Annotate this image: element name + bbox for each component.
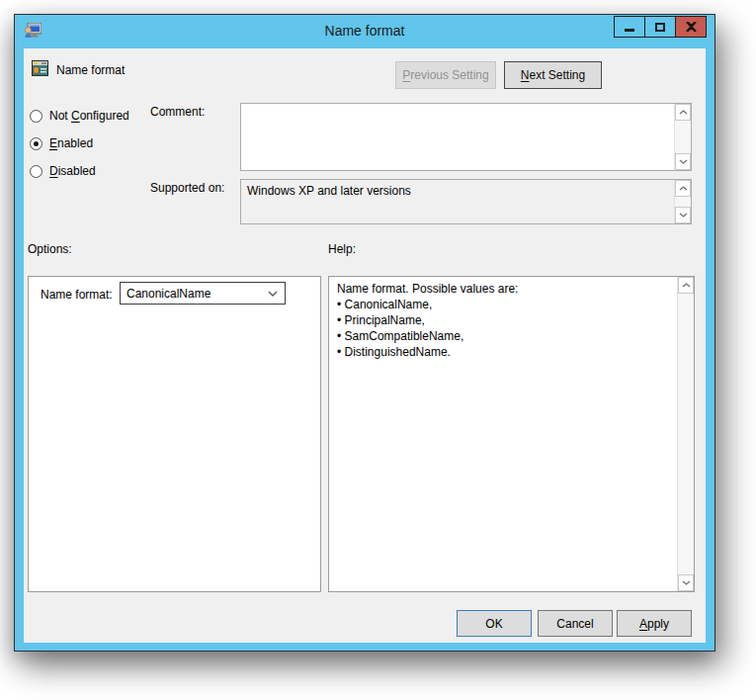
help-bullet: • PrincipalName,	[337, 312, 673, 328]
name-format-dropdown[interactable]: CanonicalName	[120, 282, 286, 305]
help-scrollbar[interactable]	[677, 277, 694, 591]
radio-label: Enabled	[49, 136, 93, 150]
window-controls	[615, 16, 707, 38]
scroll-track[interactable]	[678, 294, 694, 574]
name-format-selected-value: CanonicalName	[126, 287, 210, 301]
ok-button[interactable]: OK	[457, 610, 532, 637]
help-intro: Name format. Possible values are:	[337, 281, 673, 297]
chevron-down-icon	[682, 580, 691, 585]
apply-button[interactable]: Apply	[617, 610, 692, 637]
scroll-up-button[interactable]	[678, 277, 694, 294]
maximize-button[interactable]	[644, 16, 676, 38]
help-panel: Name format. Possible values are: • Cano…	[328, 276, 695, 592]
supported-on-label: Supported on:	[150, 181, 224, 195]
comment-scrollbar[interactable]	[674, 104, 691, 170]
previous-setting-button[interactable]: Previous Setting	[395, 61, 496, 89]
close-button[interactable]	[675, 16, 707, 38]
name-format-label: Name format:	[41, 288, 113, 302]
radio-label: Not Configured	[49, 109, 129, 123]
comment-label: Comment:	[150, 105, 205, 119]
maximize-icon	[655, 23, 665, 32]
radio-circle[interactable]	[30, 110, 42, 123]
cancel-button[interactable]: Cancel	[538, 610, 613, 637]
dialog-content: Name format Previous Setting Next Settin…	[24, 48, 706, 643]
radio-disabled[interactable]: Disabled	[30, 163, 96, 179]
minimize-button[interactable]	[614, 16, 645, 38]
help-section-label: Help:	[328, 242, 356, 256]
help-bullet: • CanonicalName,	[337, 297, 673, 312]
options-section-label: Options:	[28, 242, 72, 256]
options-panel: Name format: CanonicalName	[28, 276, 321, 592]
help-bullet: • SamCompatibleName,	[337, 328, 673, 344]
radio-not-configured[interactable]: Not Configured	[30, 108, 129, 124]
next-setting-button[interactable]: Next Setting	[504, 61, 602, 89]
help-bullet: • DistinguishedName.	[337, 344, 673, 360]
chevron-up-icon	[679, 110, 688, 115]
minimize-icon	[625, 29, 634, 32]
chevron-down-icon	[679, 159, 688, 164]
close-icon	[686, 22, 697, 32]
scroll-down-button[interactable]	[678, 574, 694, 591]
policy-setting-dialog: Name format Name forma	[14, 14, 715, 652]
scroll-up-button[interactable]	[675, 180, 691, 197]
scroll-track[interactable]	[675, 197, 691, 207]
supported-on-field: Windows XP and later versions	[240, 179, 692, 224]
radio-enabled[interactable]: Enabled	[30, 135, 93, 151]
chevron-down-icon	[679, 213, 688, 218]
chevron-down-icon	[268, 291, 278, 297]
chevron-up-icon	[679, 186, 688, 191]
scroll-up-button[interactable]	[675, 104, 691, 121]
policy-setting-icon	[32, 60, 48, 76]
policy-name: Name format	[56, 63, 125, 77]
titlebar[interactable]: Name format	[15, 15, 714, 48]
radio-label: Disabled	[49, 164, 96, 178]
scroll-track[interactable]	[675, 121, 691, 153]
comment-field[interactable]	[240, 103, 692, 171]
comment-value[interactable]	[241, 104, 674, 170]
scroll-down-button[interactable]	[675, 153, 691, 170]
scroll-down-button[interactable]	[675, 207, 691, 223]
help-text: Name format. Possible values are: • Cano…	[329, 277, 677, 591]
chevron-up-icon	[682, 283, 691, 288]
radio-circle[interactable]	[30, 165, 42, 178]
help-bullet-list: • CanonicalName, • PrincipalName, • SamC…	[337, 297, 673, 360]
window-title: Name format	[15, 23, 714, 39]
supported-on-value: Windows XP and later versions	[241, 180, 674, 223]
radio-circle-selected[interactable]	[30, 137, 42, 150]
supported-scrollbar[interactable]	[674, 180, 691, 223]
